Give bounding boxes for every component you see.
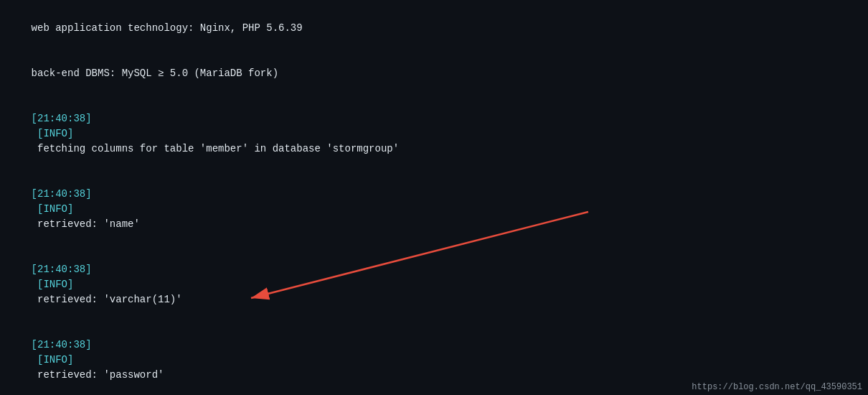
label-info-3: [INFO] — [32, 279, 74, 290]
text-info-2: retrieved: 'name' — [32, 218, 140, 230]
label-info-2: [INFO] — [32, 203, 74, 215]
line-info-3: [21:40:38] [INFO] retrieved: 'varchar(11… — [7, 247, 861, 322]
label-info-4: [INFO] — [32, 354, 74, 366]
line-dbms: back-end DBMS: MySQL ≥ 5.0 (MariaDB fork… — [7, 51, 861, 96]
text-dbms: back-end DBMS: MySQL ≥ 5.0 (MariaDB fork… — [32, 68, 278, 79]
label-info-1: [INFO] — [32, 128, 74, 139]
text-info-3: retrieved: 'varchar(11)' — [32, 294, 182, 305]
terminal: web application technology: Nginx, PHP 5… — [0, 0, 868, 395]
text-info-1: fetching columns for table 'member' in d… — [32, 143, 399, 154]
line-tech: web application technology: Nginx, PHP 5… — [7, 6, 861, 51]
watermark: https://blog.csdn.net/qq_43590351 — [692, 382, 862, 392]
timestamp-4: [21:40:38] — [32, 339, 92, 350]
line-info-2: [21:40:38] [INFO] retrieved: 'name' — [7, 172, 861, 247]
line-info-1: [21:40:38] [INFO] fetching columns for t… — [7, 96, 861, 172]
text-info-4: retrieved: 'password' — [32, 369, 164, 381]
timestamp-3: [21:40:38] — [32, 264, 92, 275]
timestamp-2: [21:40:38] — [32, 188, 92, 200]
text-tech: web application technology: Nginx, PHP 5… — [32, 22, 303, 34]
timestamp-1: [21:40:38] — [32, 113, 92, 124]
